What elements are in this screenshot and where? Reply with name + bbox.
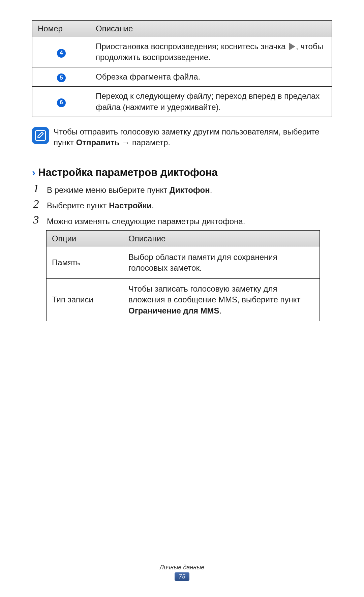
number-badge-icon: 4 <box>57 49 66 58</box>
table2-header-option: Опции <box>47 230 123 247</box>
step-text: Можно изменять следующие параметры дикто… <box>47 215 245 227</box>
step1-bold: Диктофон <box>170 185 210 195</box>
step1-pre: В режиме меню выберите пункт <box>47 185 170 195</box>
note-text-bold: Отправить <box>76 138 120 147</box>
rectype-bold: Ограничение для MMS <box>128 306 219 315</box>
rectype-pre: Чтобы записать голосовую заметку для вло… <box>128 284 301 304</box>
note-text: Чтобы отправить голосовую заметку другим… <box>54 126 332 148</box>
row6-desc: Переход к следующему файлу; переход впер… <box>90 87 332 117</box>
step2-pre: Выберите пункт <box>47 201 109 210</box>
table2-header-desc: Описание <box>123 230 320 247</box>
step-number: 2 <box>32 198 40 210</box>
note-block: Чтобы отправить голосовую заметку другим… <box>32 126 332 148</box>
table1-header-desc: Описание <box>90 21 332 37</box>
note-pencil-icon <box>32 127 49 144</box>
chevron-right-icon: › <box>32 167 35 178</box>
step-number: 3 <box>32 214 40 226</box>
svg-rect-0 <box>35 130 46 141</box>
step-number: 1 <box>32 183 40 194</box>
footer-section-label: Личные данные <box>0 564 364 571</box>
step1-post: . <box>210 185 212 195</box>
table-row: Тип записи Чтобы записать голосовую заме… <box>47 278 320 321</box>
step-item: 3 Можно изменять следующие параметры дик… <box>32 215 332 227</box>
step-text: В режиме меню выберите пункт Диктофон. <box>47 183 212 196</box>
controls-table: Номер Описание 4 Приостановка воспроизве… <box>32 20 332 117</box>
table1-header-number: Номер <box>32 21 91 37</box>
page-number-badge: 75 <box>175 572 189 581</box>
row4-desc-pre: Приостановка воспроизведения; коснитесь … <box>96 42 288 51</box>
page-footer: Личные данные 75 <box>0 564 364 581</box>
step-item: 1 В режиме меню выберите пункт Диктофон. <box>32 183 332 196</box>
steps-list: 1 В режиме меню выберите пункт Диктофон.… <box>32 183 332 227</box>
number-badge-icon: 5 <box>57 73 66 82</box>
table-row: 4 Приостановка воспроизведения; коснитес… <box>32 37 332 67</box>
note-arrow: → <box>120 138 132 147</box>
table-row: 6 Переход к следующему файлу; переход вп… <box>32 87 332 117</box>
play-icon <box>289 43 295 50</box>
step2-post: . <box>152 201 154 210</box>
step-item: 2 Выберите пункт Настройки. <box>32 199 332 211</box>
heading-text: Настройка параметров диктофона <box>38 167 218 179</box>
opt-memory: Память <box>47 247 123 278</box>
row5-desc: Обрезка фрагмента файла. <box>90 67 332 86</box>
rectype-post: . <box>219 306 222 315</box>
opt-rectype: Тип записи <box>47 278 123 321</box>
section-heading: › Настройка параметров диктофона <box>32 167 332 179</box>
number-badge-icon: 6 <box>57 98 66 107</box>
step3-pre: Можно изменять следующие параметры дикто… <box>47 217 245 226</box>
step2-bold: Настройки <box>109 201 152 210</box>
opt-memory-desc: Выбор области памяти для сохранения голо… <box>123 247 320 278</box>
step-text: Выберите пункт Настройки. <box>47 199 154 211</box>
row4-desc: Приостановка воспроизведения; коснитесь … <box>90 37 332 67</box>
table-row: 5 Обрезка фрагмента файла. <box>32 67 332 86</box>
table-row: Память Выбор области памяти для сохранен… <box>47 247 320 278</box>
options-table: Опции Описание Память Выбор области памя… <box>46 230 320 321</box>
opt-rectype-desc: Чтобы записать голосовую заметку для вло… <box>123 278 320 321</box>
note-text-post: параметр. <box>132 138 170 147</box>
